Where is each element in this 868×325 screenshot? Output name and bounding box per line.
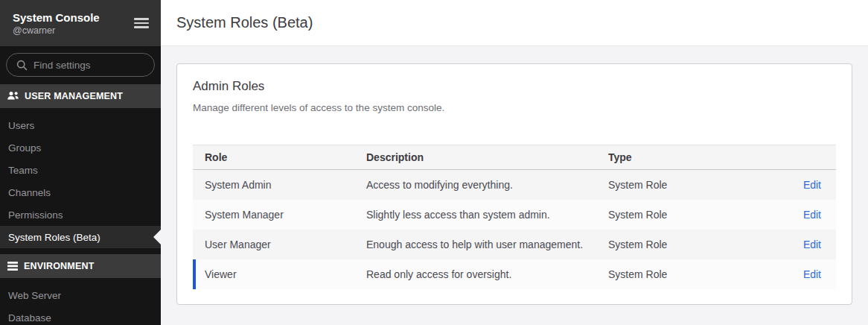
table-row: System Manager Slightly less access than… (193, 200, 836, 230)
roles-table: Role Description Type System Admin Acces… (193, 145, 836, 289)
nav-section-label: ENVIRONMENT (24, 261, 95, 271)
card-subtitle: Manage different levels of access to the… (193, 101, 836, 115)
role-cell: Viewer (205, 268, 366, 280)
user-management-items: Users Groups Teams Channels Permissions … (0, 114, 161, 248)
console-title: System Console (13, 10, 100, 25)
sidebar-nav: USER MANAGEMENT Users Groups Teams Chann… (0, 84, 161, 325)
edit-link[interactable]: Edit (803, 268, 821, 280)
sidebar-item[interactable]: Teams (0, 159, 161, 181)
sidebar-item[interactable]: Permissions (0, 203, 161, 226)
sidebar: System Console @cwarner (0, 0, 161, 325)
search-area (0, 46, 161, 84)
main-content: System Roles (Beta) Admin Roles Manage d… (161, 0, 868, 325)
sidebar-item[interactable]: Groups (0, 136, 161, 159)
nav-section-user-management: USER MANAGEMENT (0, 84, 161, 108)
type-cell: System Role (608, 179, 782, 191)
menu-icon[interactable] (134, 15, 149, 31)
table-body: System Admin Access to modifying everyth… (193, 170, 836, 289)
role-cell: User Manager (205, 239, 366, 250)
search-input[interactable] (33, 60, 147, 71)
edit-link[interactable]: Edit (803, 179, 821, 191)
nav-section-environment: ENVIRONMENT (0, 254, 161, 278)
search-icon (16, 60, 28, 71)
nav-section-label: USER MANAGEMENT (25, 91, 123, 101)
card-title: Admin Roles (193, 78, 836, 95)
sidebar-header: System Console @cwarner (0, 0, 161, 46)
console-username: @cwarner (13, 25, 100, 37)
actions-cell: Edit (782, 268, 821, 280)
type-cell: System Role (608, 239, 782, 250)
app-window: System Console @cwarner (0, 0, 868, 325)
actions-cell: Edit (782, 239, 821, 250)
sidebar-item[interactable]: Database (0, 306, 161, 325)
column-header-role: Role (205, 151, 366, 163)
sidebar-item[interactable]: Users (0, 114, 161, 136)
page-header: System Roles (Beta) (161, 0, 868, 46)
page-title: System Roles (Beta) (176, 14, 313, 31)
server-icon (7, 261, 19, 271)
actions-cell: Edit (782, 179, 821, 191)
admin-roles-card: Admin Roles Manage different levels of a… (176, 63, 852, 305)
users-icon (7, 91, 19, 101)
page-body: Admin Roles Manage different levels of a… (161, 46, 868, 305)
description-cell: Slightly less access than system admin. (366, 209, 608, 221)
description-cell: Enough access to help with user manageme… (366, 239, 608, 250)
actions-cell: Edit (782, 209, 821, 221)
environment-items: Web Server Database (0, 284, 161, 325)
description-cell: Access to modifying everything. (366, 179, 608, 191)
sidebar-item[interactable]: System Roles (Beta) (0, 226, 161, 248)
type-cell: System Role (608, 209, 782, 221)
column-header-type: Type (608, 151, 782, 163)
sidebar-item[interactable]: Web Server (0, 284, 161, 306)
table-row: User Manager Enough access to help with … (193, 230, 836, 259)
description-cell: Read only access for oversight. (366, 268, 608, 280)
table-row: Viewer Read only access for oversight. S… (193, 259, 836, 289)
table-row: System Admin Access to modifying everyth… (193, 170, 836, 200)
type-cell: System Role (608, 268, 782, 280)
sidebar-item[interactable]: Channels (0, 181, 161, 203)
column-header-description: Description (366, 151, 608, 163)
edit-link[interactable]: Edit (803, 209, 821, 221)
role-cell: System Admin (205, 179, 366, 191)
search-box[interactable] (6, 53, 155, 77)
role-cell: System Manager (205, 209, 366, 221)
table-header-row: Role Description Type (193, 145, 836, 170)
edit-link[interactable]: Edit (803, 239, 821, 250)
console-identity: System Console @cwarner (13, 10, 100, 37)
